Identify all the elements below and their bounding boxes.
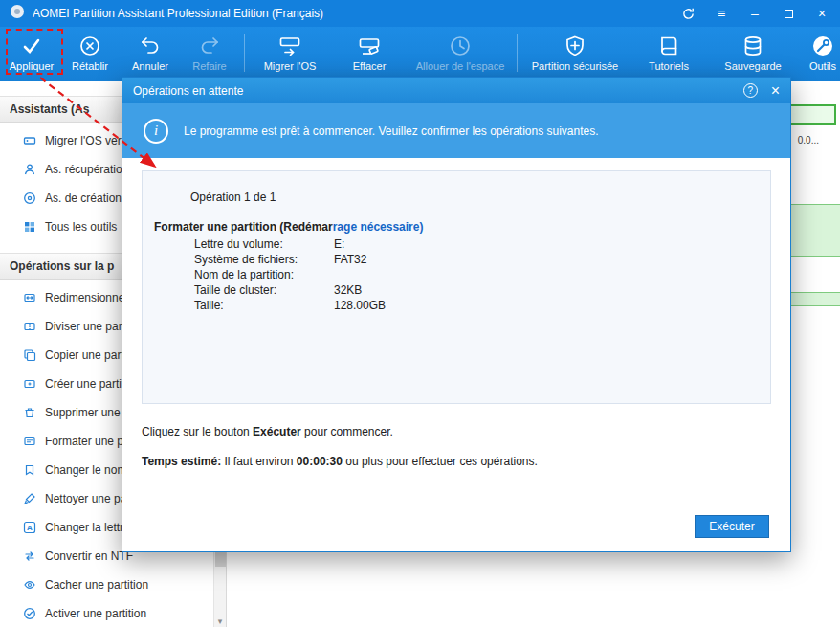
toolbar-tutoriels[interactable]: Tutoriels xyxy=(628,28,710,77)
menu-icon[interactable]: ≡ xyxy=(713,5,730,22)
operation-note-suffix: ) xyxy=(419,220,423,234)
shield-plus-icon xyxy=(563,33,587,58)
instruction-bold: Exécuter xyxy=(253,425,301,438)
toolbar-refaire[interactable]: Refaire xyxy=(180,28,239,77)
sidebar-item-label: Changer la lettre xyxy=(45,521,130,534)
partition-block[interactable] xyxy=(788,292,840,306)
maximize-icon xyxy=(785,10,793,18)
delete-icon xyxy=(23,406,36,419)
dialog-controls: ? × xyxy=(743,83,780,99)
operation-note-prefix: (Redémar xyxy=(276,220,333,234)
detail-row: Taille de cluster:32KB xyxy=(194,282,759,298)
help-icon[interactable]: ? xyxy=(743,83,758,98)
wipe-disk-icon xyxy=(357,33,382,58)
sidebar-item-label: Changer le nom xyxy=(45,463,126,477)
sidebar-item-label: Nettoyer une pa xyxy=(45,492,126,505)
maximize-button[interactable] xyxy=(780,5,797,22)
toolbar: Appliquer Rétablir Annuler Refaire Migre… xyxy=(0,27,840,81)
toolbar-allouer-espace[interactable]: Allouer de l'espace xyxy=(409,28,512,77)
drive-letter-icon: A xyxy=(23,521,36,534)
hide-icon xyxy=(23,578,36,592)
toolbar-partition-securisee[interactable]: Partition sécurisée xyxy=(522,28,628,77)
toolbar-retablir[interactable]: Rétablir xyxy=(59,28,121,77)
dialog-close-icon[interactable]: × xyxy=(771,83,780,99)
toolbar-migrer-os[interactable]: Migrer l'OS xyxy=(250,28,330,77)
window-title: AOMEI Partition Assistant Professional E… xyxy=(33,7,323,20)
partition-block[interactable] xyxy=(788,204,840,257)
sidebar-item-label: Migrer l'OS vers xyxy=(45,134,127,147)
close-button[interactable]: × xyxy=(813,5,830,22)
detail-label: Lettre du volume: xyxy=(194,236,334,252)
execute-button[interactable]: Exécuter xyxy=(695,515,769,538)
minimize-button[interactable]: – xyxy=(746,5,763,22)
toolbar-appliquer[interactable]: Appliquer xyxy=(4,28,59,77)
instruction-text: Cliquez sur le bouton Exécuter pour comm… xyxy=(142,425,771,438)
detail-row: Lettre du volume:E: xyxy=(194,236,759,252)
sidebar-item-label: Convertir en NTF xyxy=(45,549,133,563)
scroll-down-icon[interactable]: ▾ xyxy=(214,616,226,626)
discard-circle-icon xyxy=(77,33,102,58)
app-logo-icon xyxy=(10,4,25,23)
section-title: Opérations sur la p xyxy=(10,259,114,273)
titlebar: AOMEI Partition Assistant Professional E… xyxy=(0,0,840,27)
migrate-os-icon xyxy=(23,134,36,147)
detail-row: Taille:128.00GB xyxy=(194,298,759,313)
detail-label: Système de fichiers: xyxy=(194,252,334,267)
estimate-time: 00:00:30 xyxy=(297,455,343,468)
toolbar-outils[interactable]: Outils xyxy=(796,28,840,77)
sidebar-item-label: Créer une partiti xyxy=(45,377,127,391)
book-icon xyxy=(656,33,681,58)
split-icon xyxy=(23,320,36,333)
estimate-label: Temps estimé: xyxy=(142,455,221,468)
refresh-icon[interactable] xyxy=(679,5,696,22)
info-banner: i Le programme est prêt à commencer. Veu… xyxy=(122,103,790,158)
toolbar-annuler[interactable]: Annuler xyxy=(121,28,180,77)
detail-label: Taille: xyxy=(194,298,334,313)
operation-title: Formater une partition (Redémarrage néce… xyxy=(154,220,759,234)
dialog-body: Opération 1 de 1 Formater une partition … xyxy=(122,158,790,553)
section-title: Assistants (As xyxy=(10,102,89,116)
partition-label: 0.0... xyxy=(798,135,819,146)
detail-row: Nom de la partition: xyxy=(194,267,759,282)
sidebar-item-label: Supprimer une p xyxy=(45,406,130,419)
convert-icon xyxy=(23,549,36,563)
detail-value: 32KB xyxy=(334,282,362,298)
bootable-media-icon xyxy=(23,191,36,205)
toolbar-effacer[interactable]: Effacer xyxy=(330,28,409,77)
sidebar-item-label: Cacher une partition xyxy=(45,578,148,592)
format-icon xyxy=(23,435,36,448)
sidebar-item-label: Tous les outils xyxy=(45,220,117,234)
window-controls: ≡ – × xyxy=(679,5,830,22)
sidebar-item-activate[interactable]: Activer une partition xyxy=(0,599,226,627)
migrate-os-icon xyxy=(277,33,302,58)
wrench-icon xyxy=(810,33,835,58)
all-tools-icon xyxy=(23,220,36,234)
sidebar-item-label: Formater une pa xyxy=(45,435,130,448)
toolbar-sauvegarde[interactable]: Sauvegarde xyxy=(710,28,796,77)
resize-icon xyxy=(23,291,36,304)
sidebar-item-label: Activer une partition xyxy=(45,607,146,620)
detail-value: FAT32 xyxy=(334,252,366,267)
estimate-pre: Il faut environ xyxy=(221,455,297,468)
activate-icon xyxy=(23,607,36,620)
rename-icon xyxy=(23,463,36,477)
sidebar-item-label: Redimensionner xyxy=(45,291,128,304)
sidebar-item-hide[interactable]: Cacher une partition xyxy=(0,571,226,599)
pending-operations-dialog: Opérations en attente ? × i Le programme… xyxy=(122,77,791,552)
detail-value: 128.00GB xyxy=(334,298,386,313)
detail-label: Nom de la partition: xyxy=(194,267,334,282)
operation-name: Formater une partition xyxy=(154,220,276,234)
clock-icon xyxy=(448,33,473,58)
operations-list: Opération 1 de 1 Formater une partition … xyxy=(142,170,771,404)
redo-icon xyxy=(197,33,222,58)
clean-icon xyxy=(23,492,36,505)
sidebar-item-label: Copier une parti xyxy=(45,348,126,362)
undo-icon xyxy=(138,33,163,58)
estimate-text: Temps estimé: Il faut environ 00:00:30 o… xyxy=(142,455,771,468)
operation-counter: Opération 1 de 1 xyxy=(190,190,759,204)
detail-value: E: xyxy=(334,236,344,252)
check-icon xyxy=(19,33,44,58)
info-icon: i xyxy=(144,119,168,144)
svg-text:A: A xyxy=(27,524,33,532)
banner-text: Le programme est prêt à commencer. Veuil… xyxy=(184,124,599,138)
